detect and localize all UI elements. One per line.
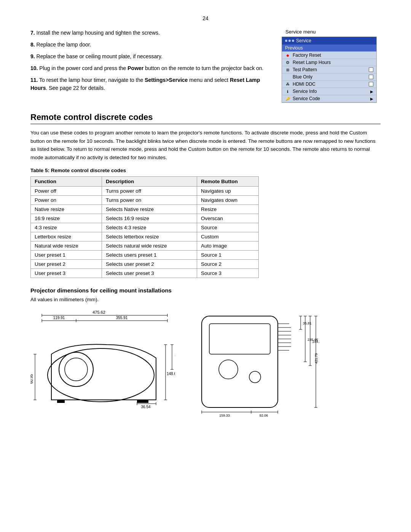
step-7-text: Install the new lamp housing and tighten… bbox=[37, 30, 160, 36]
table-row: Letterbox resizeSelects letterbox resize… bbox=[31, 232, 259, 241]
table-row: Power onTurns power onNavigates down bbox=[31, 196, 259, 205]
svg-text:60.95: 60.95 bbox=[30, 374, 33, 383]
table-cell: Turns power off bbox=[102, 187, 197, 196]
menu-item-test-pattern-label: Test Pattern bbox=[293, 67, 317, 72]
step-11: 11. To reset the lamp hour timer, naviga… bbox=[30, 76, 270, 92]
remote-section-heading: Remote control discrete codes bbox=[30, 112, 381, 124]
menu-item-reset-lamp[interactable]: ⚙ Reset Lamp Hours bbox=[282, 59, 376, 66]
menu-item-blue-only-label: Blue Only bbox=[293, 74, 312, 80]
test-pattern-checkbox[interactable] bbox=[369, 67, 373, 72]
menu-dot-1 bbox=[285, 40, 287, 42]
table-cell: Selects 4:3 resize bbox=[102, 223, 197, 232]
grid-icon: ⊞ bbox=[285, 67, 290, 72]
col-remote-button: Remote Button bbox=[197, 177, 258, 187]
menu-item-service-info[interactable]: ℹ Service Info ▶ bbox=[282, 88, 376, 95]
table-cell: Selects natural wide resize bbox=[102, 241, 197, 251]
blue-only-icon bbox=[285, 74, 290, 80]
svg-text:148.63: 148.63 bbox=[167, 372, 175, 376]
step-9-text: Replace the base or ceiling mount plate,… bbox=[37, 53, 162, 59]
menu-dot-2 bbox=[288, 40, 291, 42]
blue-only-checkbox[interactable] bbox=[369, 75, 373, 79]
service-info-icon: ℹ bbox=[285, 89, 290, 94]
svg-text:36.54: 36.54 bbox=[141, 405, 150, 409]
table-cell: Auto image bbox=[197, 241, 258, 251]
table-cell: Selects user preset 2 bbox=[102, 260, 197, 269]
diagrams-row: 475.62 119.91 355.91 bbox=[30, 308, 381, 420]
svg-rect-34 bbox=[209, 324, 270, 354]
left-diagram-svg: 475.62 119.91 355.91 bbox=[30, 308, 175, 419]
menu-title-bar: Service bbox=[282, 37, 376, 45]
table-cell: 16:9 resize bbox=[31, 214, 102, 223]
service-menu-label: Service menu bbox=[285, 29, 381, 35]
menu-dot-3 bbox=[292, 40, 294, 42]
svg-text:119.91: 119.91 bbox=[53, 316, 65, 320]
menu-item-blue-only[interactable]: Blue Only bbox=[282, 73, 376, 81]
menu-item-factory-reset[interactable]: ● Factory Reset bbox=[282, 52, 376, 59]
remote-section: Remote control discrete codes You can us… bbox=[30, 112, 381, 278]
svg-rect-33 bbox=[202, 316, 278, 407]
table-cell: Native resize bbox=[31, 205, 102, 214]
circle-red-icon: ● bbox=[285, 53, 290, 58]
menu-item-test-pattern[interactable]: ⊞ Test Pattern bbox=[282, 66, 376, 73]
table-cell: 4:3 resize bbox=[31, 223, 102, 232]
table-cell: Power on bbox=[31, 196, 102, 205]
table-row: Native resizeSelects Native resizeResize bbox=[31, 205, 259, 214]
step-8-text: Replace the lamp door. bbox=[37, 42, 91, 48]
menu-item-service-info-label: Service Info bbox=[293, 89, 317, 94]
dimensions-heading: Projector dimensions for ceiling mount i… bbox=[30, 287, 381, 294]
menu-item-previous-label: Previous bbox=[285, 45, 303, 51]
dimensions-unit-text: All values in millimeters (mm). bbox=[30, 297, 381, 302]
table-cell: Source 3 bbox=[197, 269, 258, 278]
table-header-row: Function Description Remote Button bbox=[31, 177, 259, 187]
table-cell: Selects Native resize bbox=[102, 205, 197, 214]
page-number: 24 bbox=[30, 15, 381, 21]
table-cell: Navigates down bbox=[197, 196, 258, 205]
table-row: User preset 1Selects users preset 1Sourc… bbox=[31, 251, 259, 260]
svg-point-44 bbox=[249, 371, 261, 383]
svg-text:475.62: 475.62 bbox=[92, 310, 105, 315]
table-row: User preset 2Selects user preset 2Source… bbox=[31, 260, 259, 269]
service-menu-container: Service menu Service Previous ● Factory … bbox=[282, 29, 381, 103]
col-function: Function bbox=[31, 177, 102, 187]
menu-item-factory-reset-label: Factory Reset bbox=[293, 53, 321, 58]
table-cell: User preset 3 bbox=[31, 269, 102, 278]
step-8-num: 8. bbox=[30, 42, 35, 48]
table-cell: Source 1 bbox=[197, 251, 258, 260]
diagram-left: 475.62 119.91 355.91 bbox=[30, 308, 175, 420]
hdmi-ddc-checkbox[interactable] bbox=[369, 82, 373, 86]
step-8: 8. Replace the lamp door. bbox=[30, 41, 270, 49]
step-9: 9. Replace the base or ceiling mount pla… bbox=[30, 53, 270, 61]
menu-title: Service bbox=[296, 38, 311, 43]
table-cell: Navigates up bbox=[197, 187, 258, 196]
step-10: 10. Plug in the power cord and press the… bbox=[30, 64, 270, 72]
step-9-num: 9. bbox=[30, 53, 35, 59]
svg-text:355.91: 355.91 bbox=[116, 316, 128, 320]
svg-text:79.2: 79.2 bbox=[175, 355, 175, 359]
key-icon: 🔑 bbox=[285, 96, 290, 101]
table-row: 4:3 resizeSelects 4:3 resizeSource bbox=[31, 223, 259, 232]
table-cell: Selects 16:9 resize bbox=[102, 214, 197, 223]
table-heading: Table 5: Remote control discrete codes bbox=[30, 168, 381, 173]
svg-text:421.79: 421.79 bbox=[314, 353, 318, 364]
table-cell: Resize bbox=[197, 205, 258, 214]
menu-item-hdmi-ddc-label: HDMI DDC bbox=[293, 81, 315, 87]
menu-item-previous[interactable]: Previous bbox=[282, 45, 376, 52]
table-cell: User preset 2 bbox=[31, 260, 102, 269]
step-11-num: 11. bbox=[30, 77, 38, 83]
menu-item-service-code[interactable]: 🔑 Service Code ▶ bbox=[282, 95, 376, 102]
table-cell: User preset 1 bbox=[31, 251, 102, 260]
menu-item-hdmi-ddc[interactable]: 🖧 HDMI DDC bbox=[282, 81, 376, 88]
top-section: 7. Install the new lamp housing and tigh… bbox=[30, 29, 381, 103]
table-cell: Source 2 bbox=[197, 260, 258, 269]
diagram-right: 35.81 235.46 244.17 421.79 bbox=[190, 308, 320, 420]
step-10-num: 10. bbox=[30, 65, 38, 71]
svg-rect-16 bbox=[137, 400, 148, 403]
step-7-num: 7. bbox=[30, 30, 35, 36]
table-cell: Power off bbox=[31, 187, 102, 196]
service-info-arrow: ▶ bbox=[370, 89, 373, 94]
gear-icon: ⚙ bbox=[285, 60, 290, 65]
table-row: User preset 3Selects user preset 3Source… bbox=[31, 269, 259, 278]
menu-item-service-code-label: Service Code bbox=[293, 96, 320, 101]
table-row: Power offTurns power offNavigates up bbox=[31, 187, 259, 196]
table-cell: Selects letterbox resize bbox=[102, 232, 197, 241]
